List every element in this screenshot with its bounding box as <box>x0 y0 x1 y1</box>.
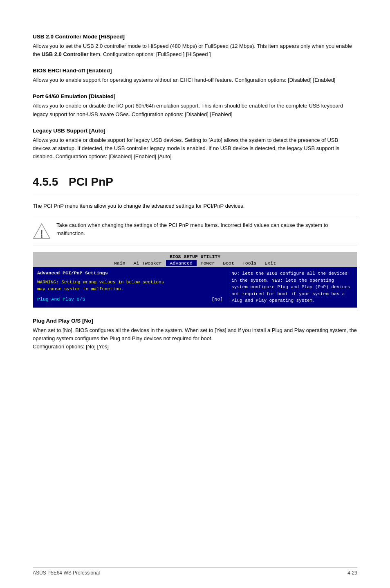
usb20-body: Allows you to set the USB 2.0 controller… <box>33 42 357 58</box>
bios-item-plug-play[interactable]: Plug And Play O/S [No] <box>37 296 223 302</box>
bios-screen: BIOS SETUP UTILITY Main Ai Tweaker Advan… <box>33 252 357 308</box>
bios-content: Advanced PCI/PnP Settings WARNING: Setti… <box>33 267 357 307</box>
page-footer: ASUS P5E64 WS Professional 4-29 <box>33 567 357 576</box>
port6460-body: Allows you to enable or disable the I/O … <box>33 102 357 118</box>
usb20-heading: USB 2.0 Controller Mode [HiSpeed] <box>33 34 357 40</box>
warning-text: Take caution when changing the settings … <box>56 221 357 238</box>
chapter-intro: The PCI PnP menu items allow you to chan… <box>33 202 357 210</box>
bios-ehci-heading: BIOS EHCI Hand-off [Enabled] <box>33 67 357 74</box>
chapter-section: 4.5.5 PCI PnP <box>33 175 357 189</box>
port6460-heading: Port 64/60 Emulation [Disabled] <box>33 93 357 99</box>
footer-page: 4-29 <box>347 570 357 576</box>
bios-nav-aitweaker[interactable]: Ai Tweaker <box>130 260 166 266</box>
bios-item-plug-play-value: [No] <box>212 296 223 302</box>
chapter-title: PCI PnP <box>69 175 113 189</box>
bios-nav-advanced[interactable]: Advanced <box>166 260 197 266</box>
bios-nav: Main Ai Tweaker Advanced Power Boot Tool… <box>33 260 357 266</box>
bios-ehci-body: Allows you to enable support for operati… <box>33 76 357 84</box>
bios-item-plug-play-label: Plug And Play O/S <box>37 296 85 302</box>
bios-titlebar: BIOS SETUP UTILITY <box>33 252 357 260</box>
bios-warning-line2: may cause system to malfunction. <box>37 286 223 293</box>
warning-box: ! Take caution when changing the setting… <box>33 216 357 245</box>
usb20-body-end: item. Configuration options: [FullSpeed … <box>89 51 211 57</box>
bios-nav-power[interactable]: Power <box>197 260 219 266</box>
warning-icon: ! <box>33 222 51 240</box>
chapter-divider <box>33 196 357 196</box>
bios-warning-line1: WARNING: Setting wrong values in below s… <box>37 279 223 286</box>
bios-left-panel: Advanced PCI/PnP Settings WARNING: Setti… <box>33 267 227 307</box>
chapter-number: 4.5.5 <box>33 175 61 189</box>
bios-nav-main[interactable]: Main <box>110 260 130 266</box>
bios-nav-tools[interactable]: Tools <box>238 260 261 266</box>
bios-warning: WARNING: Setting wrong values in below s… <box>37 279 223 292</box>
usb20-body-bold: USB 2.0 Controller <box>42 51 89 57</box>
bios-right-panel: NO: lets the BIOS configure all the devi… <box>227 267 357 307</box>
legacy-usb-heading: Legacy USB Support [Auto] <box>33 128 357 134</box>
legacy-usb-body: Allows you to enable or disable support … <box>33 136 357 161</box>
plug-and-play-heading: Plug And Play O/S [No] <box>33 318 357 324</box>
plug-and-play-body: When set to [No], BIOS configures all th… <box>33 326 357 351</box>
footer-product: ASUS P5E64 WS Professional <box>33 570 100 576</box>
svg-point-2 <box>41 236 43 238</box>
bios-section-title: Advanced PCI/PnP Settings <box>37 270 223 276</box>
bios-nav-exit[interactable]: Exit <box>260 260 280 266</box>
bios-nav-boot[interactable]: Boot <box>219 260 238 266</box>
